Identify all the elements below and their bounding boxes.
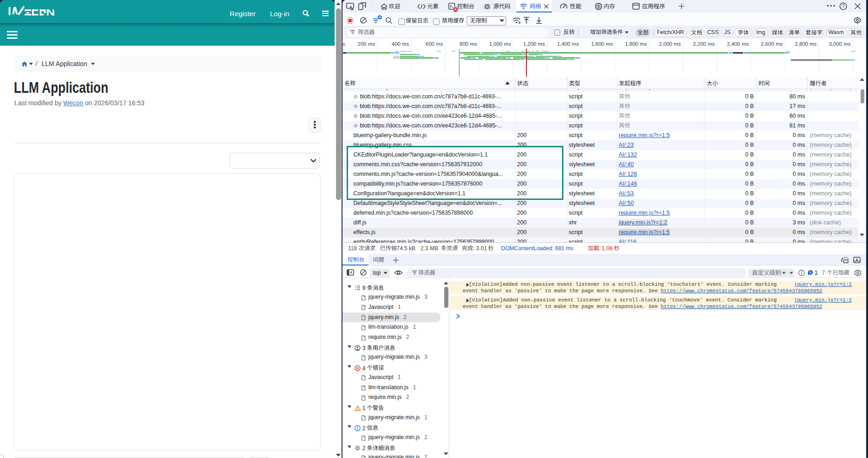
- svg-text:?: ?: [842, 3, 845, 9]
- svg-text:jquery.min.js?r=1:2: jquery.min.js?r=1:2: [794, 297, 852, 303]
- svg-text:jquery.min.js?r=1:2: jquery.min.js?r=1:2: [794, 282, 852, 287]
- svg-text:https://www.chromestatus.com/f: https://www.chromestatus.com/feature/574…: [661, 288, 823, 294]
- svg-text:https://www.chromestatus.com/f: https://www.chromestatus.com/feature/574…: [661, 304, 823, 309]
- svg-text:event handler as 'passive' to: event handler as 'passive' to make the p…: [463, 288, 658, 294]
- svg-text:[Violation]Added non-passive e: [Violation]Added non-passive event liste…: [469, 297, 776, 303]
- svg-text:[Violation]Added non-passive e: [Violation]Added non-passive event liste…: [469, 282, 776, 287]
- svg-text:event handler as 'passive' to: event handler as 'passive' to make the p…: [463, 304, 658, 309]
